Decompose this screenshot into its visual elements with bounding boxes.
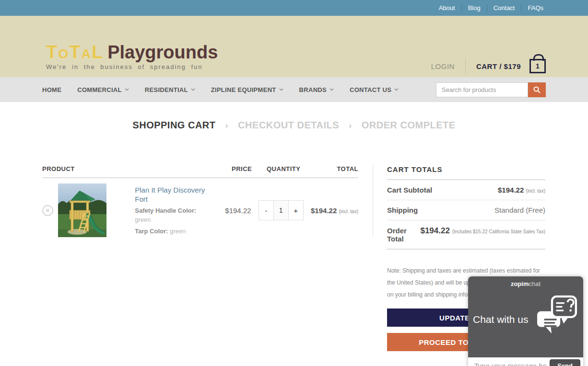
breadcrumb-shopping-cart[interactable]: SHOPPING CART [132, 120, 215, 130]
site-logo[interactable]: ToTaLPlaygrounds We're in the business o… [46, 43, 218, 70]
product-search [436, 82, 546, 97]
chevron-down-icon [394, 88, 399, 91]
breadcrumb-checkout-details: CHECKOUT DETAILS [238, 120, 339, 130]
cart-table-header: PRODUCT PRICE QUANTITY TOTAL [42, 165, 358, 178]
account-area: LOGIN CART / $179 1 [431, 58, 546, 74]
topbar-link-contact[interactable]: Contact [487, 4, 521, 11]
search-input[interactable] [436, 82, 528, 97]
chat-widget: zopimchat Chat with us Send [468, 276, 583, 366]
cart-totals-title: CART TOTALS [387, 165, 545, 180]
nav-item-residential[interactable]: RESIDENTIAL [145, 86, 195, 93]
nav-item-zipline-equipment[interactable]: ZIPLINE EQUIPMENT [211, 86, 283, 93]
cart-count-badge: 1 [536, 62, 540, 70]
column-header-total: TOTAL [322, 165, 358, 172]
chat-send-button[interactable]: Send [550, 359, 580, 366]
shipping-row: Shipping Standard (Free) [387, 200, 545, 220]
search-icon [533, 86, 541, 94]
order-total-value: $194.22 (Includes $15.22 California Stat… [420, 226, 545, 236]
topbar-link-blog[interactable]: Blog [462, 4, 487, 11]
topbar: About Blog Contact FAQs [0, 0, 588, 16]
topbar-link-faqs[interactable]: FAQs [521, 4, 550, 11]
chevron-down-icon [125, 88, 129, 91]
column-header-quantity: QUANTITY [267, 165, 322, 172]
logo-word-total: ToTaL [46, 42, 104, 62]
chat-title: Chat with us [473, 314, 529, 325]
chat-input-bar: Send [468, 357, 583, 366]
chat-brand: zopim [511, 280, 529, 287]
chevron-down-icon [279, 88, 283, 91]
cart-item-row: ✕ [42, 183, 358, 237]
nav-item-brands[interactable]: BRANDS [299, 86, 334, 93]
tagline: We're in the business of spreading fun [46, 63, 218, 70]
shipping-value: Standard (Free) [494, 206, 545, 214]
chevron-down-icon [191, 88, 195, 91]
product-attribute: Safety Handle Color: green [135, 206, 208, 224]
item-price: $194.22 [225, 206, 258, 215]
chevron-down-icon [329, 88, 334, 91]
quantity-increase-button[interactable]: + [289, 201, 303, 220]
quantity-decrease-button[interactable]: - [259, 201, 273, 220]
cart-items-table: PRODUCT PRICE QUANTITY TOTAL ✕ [42, 165, 358, 237]
product-image[interactable] [58, 183, 106, 237]
remove-item-icon[interactable]: ✕ [42, 205, 53, 216]
nav-item-home[interactable]: HOME [42, 86, 61, 93]
cart-link[interactable]: CART / $179 [476, 62, 521, 70]
nav-item-contact-us[interactable]: CONTACT US [350, 86, 399, 93]
item-total: $194.22 (incl. tax) [311, 206, 358, 215]
product-title-link[interactable]: Plan It Play Discovery Fort [135, 185, 208, 204]
cart-bag-icon[interactable]: 1 [529, 59, 546, 73]
chat-message-input[interactable] [474, 362, 547, 366]
column-header-price: PRICE [232, 165, 267, 172]
topbar-link-about[interactable]: About [433, 4, 461, 11]
login-link[interactable]: LOGIN [431, 62, 455, 70]
playground-fort-image [58, 183, 106, 237]
quantity-stepper: - + [259, 200, 304, 220]
chat-bubbles-icon [537, 295, 578, 341]
main-nav: HOME COMMERCIAL RESIDENTIAL ZIPLINE EQUI… [0, 77, 588, 102]
site-header: ToTaLPlaygrounds We're in the business o… [0, 16, 588, 77]
subtotal-row: Cart Subtotal $194.22 (incl. tax) [387, 180, 545, 200]
breadcrumb-separator: › [225, 121, 229, 130]
breadcrumb-order-complete: ORDER COMPLETE [362, 120, 456, 130]
quantity-input[interactable] [273, 201, 289, 220]
logo-word-playgrounds: Playgrounds [107, 42, 218, 62]
page: About Blog Contact FAQs ToTaLPlaygrounds… [0, 0, 588, 366]
divider [465, 58, 466, 74]
chat-widget-header[interactable]: zopimchat [468, 276, 583, 287]
nav-item-commercial[interactable]: COMMERCIAL [77, 86, 129, 93]
column-divider [373, 165, 373, 237]
incl-tax-note: (incl. tax) [339, 209, 358, 214]
breadcrumb-separator: › [349, 121, 352, 130]
order-total-row: Order Total $194.22 (Includes $15.22 Cal… [387, 220, 545, 250]
subtotal-value: $194.22 (incl. tax) [498, 186, 545, 194]
product-attribute: Tarp Color: green [135, 227, 208, 236]
column-header-product: PRODUCT [42, 165, 232, 172]
checkout-breadcrumb: SHOPPING CART › CHECKOUT DETAILS › ORDER… [0, 120, 588, 131]
search-button[interactable] [528, 82, 546, 97]
